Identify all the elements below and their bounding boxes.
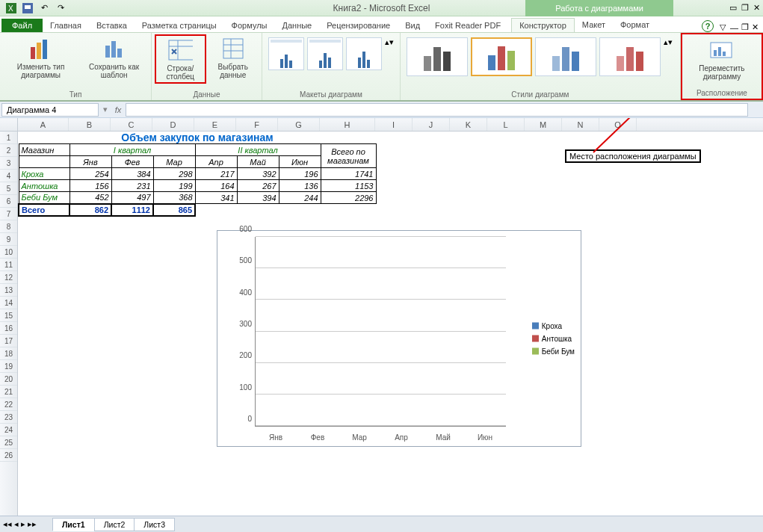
row-header[interactable]: 20 bbox=[0, 373, 17, 386]
sheet-tab[interactable]: Лист1 bbox=[52, 518, 95, 531]
row-header[interactable]: 15 bbox=[0, 309, 17, 322]
move-chart-button[interactable]: Переместить диаграмму bbox=[685, 36, 759, 82]
tab-Вставка[interactable]: Вставка bbox=[89, 19, 135, 32]
svg-rect-3 bbox=[25, 5, 31, 9]
col-header[interactable]: N bbox=[562, 118, 599, 131]
col-header[interactable]: E bbox=[194, 118, 236, 131]
select-data-button[interactable]: Выбрать данные bbox=[208, 34, 259, 81]
tab-Конструктор[interactable]: Конструктор bbox=[511, 18, 575, 32]
restore-icon[interactable]: ❐ bbox=[741, 3, 749, 13]
sheet-tab[interactable]: Лист3 bbox=[134, 518, 175, 531]
col-header[interactable]: G bbox=[278, 118, 320, 131]
row-header[interactable]: 10 bbox=[0, 246, 17, 259]
row-header[interactable]: 21 bbox=[0, 386, 17, 398]
tab-Макет[interactable]: Макет bbox=[575, 18, 613, 32]
row-header[interactable]: 11 bbox=[0, 259, 17, 271]
col-header[interactable]: J bbox=[413, 118, 450, 131]
layout-tile-2[interactable] bbox=[307, 37, 343, 70]
row-header[interactable]: 5 bbox=[0, 182, 17, 195]
row-header[interactable]: 4 bbox=[0, 170, 17, 182]
styles-scroll[interactable]: ▴▾ bbox=[664, 37, 674, 47]
row-header[interactable]: 1 bbox=[0, 132, 17, 144]
sheet-nav-buttons[interactable]: ◂◂ ◂ ▸ ▸▸ bbox=[3, 519, 37, 529]
tab-Главная[interactable]: Главная bbox=[43, 19, 89, 32]
change-chart-type-button[interactable]: Изменить тип диаграммы bbox=[3, 34, 78, 81]
row-header[interactable]: 18 bbox=[0, 347, 17, 360]
row-header[interactable]: 2 bbox=[0, 144, 17, 157]
row-header[interactable]: 12 bbox=[0, 271, 17, 284]
worksheet-grid[interactable]: ABCDEFGHIJKLMNO 123456789101112131415161… bbox=[0, 118, 763, 516]
select-all-corner[interactable] bbox=[0, 118, 18, 131]
help-icon[interactable]: ? bbox=[702, 20, 714, 32]
chart-tools-context-tab: Работа с диаграммами bbox=[525, 0, 673, 16]
col-header[interactable]: K bbox=[450, 118, 487, 131]
workbook-close-icon[interactable]: ✕ bbox=[752, 22, 759, 32]
style-tile-3[interactable] bbox=[535, 37, 596, 76]
style-tile-4[interactable] bbox=[599, 37, 661, 76]
workbook-min-icon[interactable]: — bbox=[730, 23, 738, 32]
svg-rect-18 bbox=[714, 50, 717, 56]
layout-tile-1[interactable] bbox=[268, 37, 304, 70]
style-tile-2[interactable] bbox=[471, 37, 532, 76]
fx-icon[interactable]: fx bbox=[111, 105, 126, 114]
layout-tile-3[interactable] bbox=[346, 37, 382, 70]
col-header[interactable]: A bbox=[18, 118, 69, 131]
undo-icon[interactable]: ↶ bbox=[37, 1, 51, 15]
row-header[interactable]: 25 bbox=[0, 436, 17, 449]
style-tile-1[interactable] bbox=[407, 37, 468, 76]
save-template-button[interactable]: Сохранить как шаблон bbox=[80, 34, 148, 81]
col-header[interactable]: D bbox=[152, 118, 194, 131]
close-icon[interactable]: ✕ bbox=[753, 3, 760, 13]
layouts-scroll[interactable]: ▴▾ bbox=[385, 37, 394, 47]
tab-Разметка страницы[interactable]: Разметка страницы bbox=[135, 19, 224, 32]
row-headers: 1234567891011121314151617181920212223242… bbox=[0, 132, 18, 516]
switch-row-col-button[interactable]: Строка/столбец bbox=[155, 34, 206, 84]
redo-icon[interactable]: ↷ bbox=[54, 1, 67, 15]
file-tab[interactable]: Файл bbox=[1, 19, 43, 32]
workbook-restore-icon[interactable]: ❐ bbox=[741, 22, 749, 32]
row-header[interactable]: 14 bbox=[0, 297, 17, 309]
row-header[interactable]: 3 bbox=[0, 157, 17, 170]
row-header[interactable]: 16 bbox=[0, 322, 17, 335]
excel-icon: X bbox=[4, 1, 18, 15]
tab-Формат[interactable]: Формат bbox=[613, 18, 657, 32]
collapse-ribbon-icon[interactable]: ▽ bbox=[720, 22, 726, 32]
row-header[interactable]: 13 bbox=[0, 284, 17, 297]
row-header[interactable]: 17 bbox=[0, 335, 17, 347]
col-header[interactable]: C bbox=[111, 118, 152, 131]
col-header[interactable]: L bbox=[487, 118, 525, 131]
formula-input[interactable] bbox=[126, 103, 748, 117]
row-header[interactable]: 7 bbox=[0, 208, 17, 220]
svg-rect-7 bbox=[105, 46, 110, 58]
row-header[interactable]: 6 bbox=[0, 195, 17, 208]
cells-area[interactable]: Объем закупок по магазинамМагазинI кварт… bbox=[18, 132, 763, 516]
row-header[interactable]: 23 bbox=[0, 411, 17, 424]
tab-Вид[interactable]: Вид bbox=[398, 19, 427, 32]
row-header[interactable]: 8 bbox=[0, 220, 17, 233]
col-header[interactable]: O bbox=[599, 118, 637, 131]
quick-access-toolbar: X ↶ ↷ bbox=[0, 1, 67, 15]
tab-Формулы[interactable]: Формулы bbox=[224, 19, 275, 32]
col-header[interactable]: I bbox=[375, 118, 413, 131]
col-header[interactable]: B bbox=[69, 118, 111, 131]
row-header[interactable]: 9 bbox=[0, 233, 17, 246]
embedded-chart[interactable]: 0100200300400500600 ЯнвФевМарАпрМайИюн К… bbox=[217, 230, 581, 447]
chart-plot-area bbox=[255, 237, 506, 427]
row-header[interactable]: 22 bbox=[0, 398, 17, 411]
tab-Рецензирование[interactable]: Рецензирование bbox=[319, 19, 398, 32]
col-header[interactable]: M bbox=[525, 118, 562, 131]
save-icon[interactable] bbox=[21, 1, 34, 15]
row-header[interactable]: 24 bbox=[0, 424, 17, 436]
col-header[interactable]: H bbox=[320, 118, 375, 131]
col-header[interactable]: F bbox=[236, 118, 278, 131]
tab-Foxit Reader PDF[interactable]: Foxit Reader PDF bbox=[427, 19, 508, 32]
row-header[interactable]: 26 bbox=[0, 449, 17, 462]
sheet-tab[interactable]: Лист2 bbox=[94, 518, 135, 531]
tab-Данные[interactable]: Данные bbox=[274, 19, 319, 32]
svg-rect-9 bbox=[117, 49, 122, 58]
chart-legend: КрохаАнтошкаБеби Бум bbox=[532, 318, 575, 360]
move-chart-icon bbox=[709, 37, 735, 63]
row-header[interactable]: 19 bbox=[0, 360, 17, 373]
name-box[interactable]: Диаграмма 4 bbox=[1, 103, 99, 117]
minimize-icon[interactable]: ▭ bbox=[729, 3, 737, 13]
